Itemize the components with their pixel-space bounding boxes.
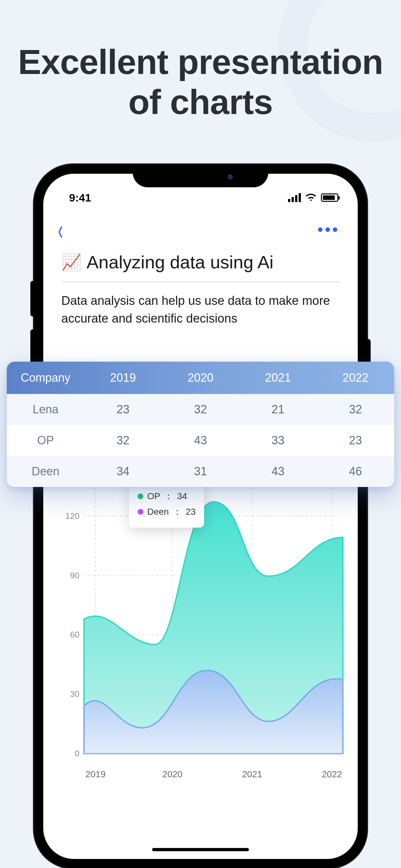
table-cell: 23 (84, 403, 162, 416)
table-cell: 32 (162, 403, 239, 416)
document-title-row: 📈 Analyzing data using Ai (61, 252, 340, 282)
data-table-card: Company 2019 2020 2021 2022 Lena 23 32 2… (7, 362, 394, 487)
table-cell: 32 (317, 403, 394, 416)
nav-bar: ‹ ••• (43, 209, 358, 243)
table-cell: Lena (7, 403, 84, 416)
document-title: Analyzing data using Ai (87, 252, 274, 273)
chart-plot[interactable]: 150 120 90 60 30 0 2019 2020 2021 2022 (61, 447, 346, 776)
table-row[interactable]: Lena 23 32 21 32 (7, 394, 394, 425)
table-row[interactable]: Deen 34 31 43 46 (7, 456, 394, 487)
tooltip-value: 34 (177, 491, 187, 501)
tooltip-value: 23 (186, 507, 196, 517)
hero-line1: Excellent presentation (0, 42, 401, 82)
phone-notch (133, 165, 268, 187)
chart-emoji-icon: 📈 (61, 253, 81, 272)
table-cell: 43 (162, 434, 239, 447)
tooltip-row-op: OP： 34 (137, 490, 196, 502)
document-subtitle: Data analysis can help us use data to ma… (61, 292, 340, 328)
battery-icon (321, 193, 338, 202)
status-time: 9:41 (69, 191, 91, 204)
tooltip-row-deen: Deen： 23 (137, 506, 196, 518)
table-header-cell: 2020 (162, 371, 239, 384)
table-header-cell: 2021 (239, 371, 317, 384)
phone-frame: 9:41 ‹ ••• 📈 Analyzing data using Ai Dat… (34, 165, 367, 868)
more-options-button[interactable]: ••• (318, 221, 340, 238)
table-cell: 21 (239, 403, 317, 416)
table-cell: Deen (7, 465, 84, 478)
tooltip-label: OP (147, 491, 160, 501)
table-row[interactable]: OP 32 43 33 23 (7, 425, 394, 456)
table-cell: 46 (317, 465, 394, 478)
table-cell: 34 (84, 465, 162, 478)
cellular-icon (288, 193, 301, 202)
side-button (30, 281, 35, 316)
table-header-row: Company 2019 2020 2021 2022 (7, 362, 394, 394)
table-header-cell: 2019 (84, 371, 162, 384)
tooltip-label: Deen (147, 507, 169, 517)
tooltip-dot-icon (137, 493, 143, 499)
table-cell: 31 (162, 465, 239, 478)
table-cell: 32 (84, 434, 162, 447)
table-header-cell: Company (7, 371, 84, 384)
phone-screen: 9:41 ‹ ••• 📈 Analyzing data using Ai Dat… (43, 174, 358, 859)
home-indicator[interactable] (152, 848, 249, 851)
table-cell: OP (7, 434, 84, 447)
table-cell: 33 (239, 434, 317, 447)
hero-line2: of charts (0, 82, 401, 122)
table-cell: 43 (239, 465, 317, 478)
table-header-cell: 2022 (317, 371, 394, 384)
table-cell: 23 (317, 434, 394, 447)
hero-heading: Excellent presentation of charts (0, 42, 401, 122)
tooltip-dot-icon (137, 509, 143, 515)
back-button[interactable]: ‹ (58, 213, 63, 246)
wifi-icon (305, 193, 316, 202)
